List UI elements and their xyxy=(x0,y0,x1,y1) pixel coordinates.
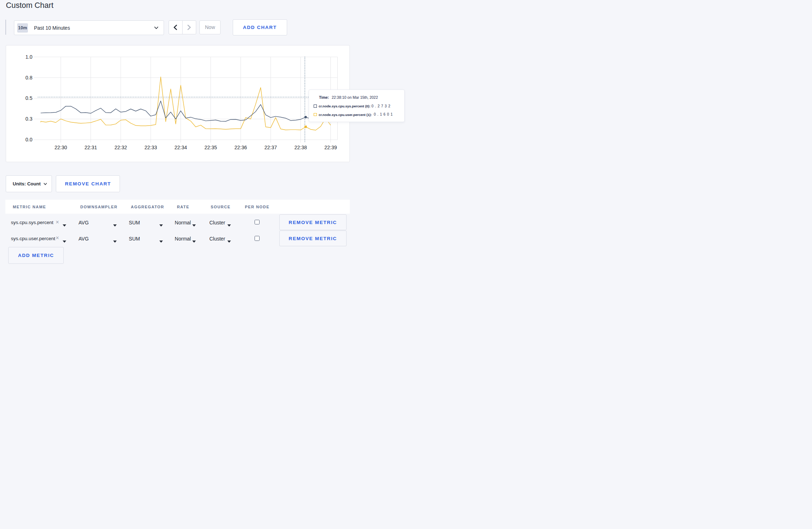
svg-text:22:32: 22:32 xyxy=(114,144,127,150)
svg-text:22:33: 22:33 xyxy=(144,144,157,150)
svg-text:22:34: 22:34 xyxy=(174,144,187,150)
svg-text:22:35: 22:35 xyxy=(204,144,217,150)
svg-text:22:37: 22:37 xyxy=(264,144,277,150)
svg-text:22:39: 22:39 xyxy=(324,144,337,150)
svg-text:22:38: 22:38 xyxy=(294,144,307,150)
svg-text:22:30: 22:30 xyxy=(54,144,67,150)
svg-text:22:36: 22:36 xyxy=(234,144,247,150)
svg-text:0.0: 0.0 xyxy=(25,137,33,142)
svg-text:0.5: 0.5 xyxy=(25,95,33,101)
svg-text:22:31: 22:31 xyxy=(84,144,97,150)
svg-text:0.3: 0.3 xyxy=(25,116,33,122)
svg-text:0.8: 0.8 xyxy=(25,74,33,80)
svg-text:1.0: 1.0 xyxy=(25,54,33,59)
